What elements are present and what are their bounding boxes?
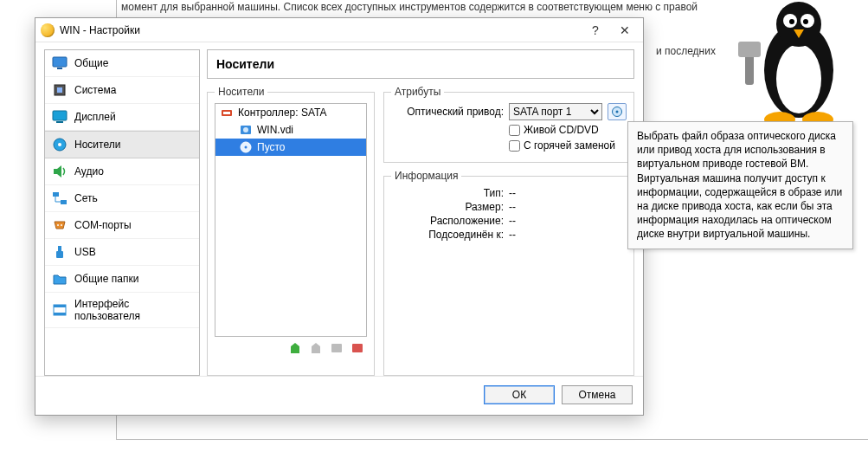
information-group: Информация Тип: -- Размер: -- Ра	[383, 170, 634, 376]
sidebar-item-network[interactable]: Сеть	[45, 185, 199, 212]
close-button[interactable]: ✕	[610, 21, 640, 40]
sidebar-item-label: USB	[74, 246, 96, 258]
speaker-icon	[52, 164, 68, 179]
svg-rect-28	[54, 305, 66, 307]
svg-rect-22	[61, 200, 67, 204]
svg-point-19	[58, 143, 61, 146]
svg-rect-21	[53, 192, 59, 197]
storage-group: Носители Контроллер: SATA WIN.vdi Пус	[207, 86, 375, 376]
svg-point-1	[776, 44, 821, 113]
background-text-right: и последних	[656, 45, 716, 57]
sidebar-item-label: Дисплей	[74, 111, 116, 123]
svg-rect-25	[58, 246, 61, 251]
serial-port-icon	[52, 217, 68, 233]
disc-icon	[52, 137, 68, 152]
live-cd-label: Живой CD/DVD	[524, 124, 599, 136]
info-value: --	[509, 201, 516, 213]
svg-marker-20	[54, 165, 61, 178]
svg-rect-36	[331, 344, 342, 352]
dialog-button-bar: ОК Отмена	[35, 376, 643, 415]
info-row-size: Размер: --	[391, 201, 627, 213]
sidebar-item-general[interactable]: Общие	[45, 50, 199, 77]
storage-disk-win[interactable]: WIN.vdi	[215, 121, 366, 139]
harddisk-icon	[240, 124, 252, 136]
optical-drive-select[interactable]: SATA порт 1	[509, 103, 602, 120]
network-icon	[52, 190, 68, 206]
svg-point-6	[803, 19, 808, 24]
info-value: --	[509, 229, 516, 241]
optical-drive-label: Оптический привод:	[391, 106, 504, 118]
svg-point-23	[57, 224, 59, 226]
help-button[interactable]: ?	[581, 21, 610, 40]
remove-attachment-button[interactable]	[350, 340, 365, 356]
info-row-attached: Подсоединён к: --	[391, 229, 627, 241]
chip-icon	[52, 82, 68, 98]
live-cd-checkbox[interactable]: Живой CD/DVD	[509, 124, 599, 136]
svg-rect-15	[57, 87, 62, 93]
monitor-icon	[52, 55, 68, 71]
sidebar-item-system[interactable]: Система	[45, 77, 199, 104]
info-row-type: Тип: --	[391, 187, 627, 199]
info-label: Расположение:	[391, 215, 504, 227]
sidebar-item-ui[interactable]: Интерфейс пользователя	[45, 293, 199, 328]
attributes-group-label: Атрибуты	[391, 86, 444, 98]
svg-point-35	[245, 146, 248, 149]
svg-point-24	[61, 224, 62, 226]
storage-group-label: Носители	[215, 86, 267, 98]
sidebar-item-label: Носители	[74, 139, 120, 151]
sidebar-item-label: Общие	[74, 57, 108, 69]
tree-label: Контроллер: SATA	[238, 107, 326, 119]
usb-icon	[52, 244, 68, 260]
svg-rect-12	[53, 57, 67, 67]
sidebar-item-serial[interactable]: COM-порты	[45, 212, 199, 239]
storage-optical-empty[interactable]: Пусто	[215, 139, 366, 156]
window-layout-icon	[52, 302, 68, 318]
svg-point-39	[616, 111, 619, 113]
info-label: Размер:	[391, 201, 504, 213]
sidebar-item-usb[interactable]: USB	[45, 239, 199, 266]
hot-plug-label: С горячей заменой	[524, 139, 615, 152]
sidebar-item-shared[interactable]: Общие папки	[45, 266, 199, 293]
sidebar-item-storage[interactable]: Носители	[45, 131, 199, 158]
tree-label: Пусто	[257, 141, 286, 153]
cancel-button[interactable]: Отмена	[562, 385, 633, 404]
window-title: WIN - Настройки	[60, 24, 581, 36]
sidebar-item-label: Сеть	[74, 192, 98, 204]
add-attachment-button[interactable]	[329, 340, 344, 356]
sidebar-item-label: Система	[74, 84, 116, 96]
ok-button[interactable]: ОК	[484, 385, 555, 404]
svg-rect-16	[53, 111, 67, 120]
panel-title: Носители	[207, 49, 634, 79]
storage-toolbar	[215, 337, 367, 356]
remove-controller-button[interactable]	[308, 340, 324, 356]
sidebar-item-audio[interactable]: Аудио	[45, 158, 199, 185]
controller-sata[interactable]: Контроллер: SATA	[215, 104, 366, 121]
display-icon	[52, 109, 68, 125]
linux-penguin-image	[738, 0, 859, 135]
sata-controller-icon	[221, 107, 233, 119]
sidebar-item-label: Аудио	[74, 165, 104, 178]
svg-rect-37	[352, 344, 363, 352]
svg-rect-31	[223, 112, 230, 114]
app-icon	[41, 23, 55, 37]
svg-rect-17	[56, 121, 63, 123]
add-controller-button[interactable]	[287, 340, 303, 356]
sidebar-item-label: COM-порты	[74, 219, 132, 231]
choose-disk-button[interactable]	[608, 103, 627, 120]
svg-point-2	[776, 2, 821, 47]
hot-plug-checkbox[interactable]: С горячей заменой	[509, 139, 615, 152]
info-value: --	[509, 215, 516, 227]
information-group-label: Информация	[391, 170, 461, 182]
sidebar-item-display[interactable]: Дисплей	[45, 104, 199, 131]
settings-sidebar: Общие Система Дисплей Носители Аудио Сет…	[44, 49, 200, 376]
choose-disk-tooltip: Выбрать файл образа оптического диска ил…	[627, 121, 853, 249]
svg-point-33	[243, 127, 248, 132]
svg-point-5	[789, 19, 794, 24]
sidebar-item-label: Общие папки	[74, 273, 138, 285]
attributes-group: Атрибуты Оптический привод: SATA порт 1	[383, 86, 634, 163]
info-label: Подсоединён к:	[391, 229, 504, 241]
storage-tree[interactable]: Контроллер: SATA WIN.vdi Пусто	[215, 103, 367, 337]
optical-disc-icon	[240, 141, 252, 153]
svg-rect-11	[738, 42, 761, 57]
svg-rect-26	[56, 251, 63, 258]
